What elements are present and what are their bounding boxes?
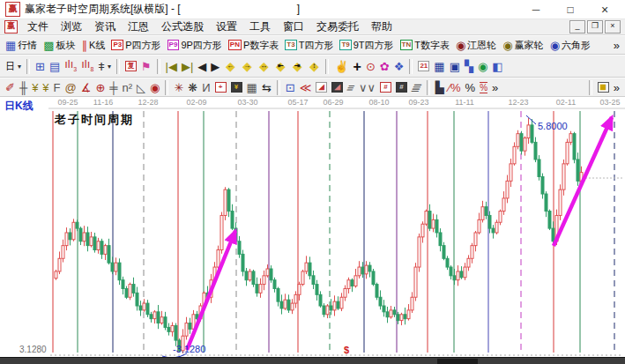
import-icon[interactable]: ◧ <box>490 59 504 74</box>
ruler-grid-icon[interactable]: ╫ <box>18 80 29 95</box>
grow-horiz-icon[interactable]: ◆→ <box>239 59 255 73</box>
page-left-icon[interactable]: ◆⇤ <box>272 59 288 73</box>
mdi-restore-button[interactable]: ❐ <box>587 20 603 33</box>
angle-line-icon[interactable]: ◺ <box>135 80 147 95</box>
menu-settings[interactable]: 设置 <box>210 19 243 34</box>
gann-pen-icon[interactable]: ✐ <box>4 80 17 95</box>
fit-horiz-icon[interactable]: ◆↔ <box>256 59 272 73</box>
restore-rights-icon[interactable]: 复 <box>123 60 138 72</box>
notch-lines-icon[interactable]: И <box>200 80 212 95</box>
menu-tools[interactable]: 工具 <box>243 19 277 34</box>
kline-chart-svg[interactable]: 09-2511-1612-2802-0903-3005-1706-2908-10… <box>0 97 625 357</box>
p-digit-table-button[interactable]: PNP数字表 <box>227 38 280 53</box>
percent-lines-icon[interactable]: % <box>478 81 489 94</box>
shen-grid-icon[interactable]: + <box>213 81 228 93</box>
kline-button[interactable]: ∥K线 <box>80 38 108 53</box>
shrink-horiz-icon[interactable]: ◆← <box>222 59 238 73</box>
export-icon[interactable]: ◉ <box>476 59 489 74</box>
dark-grid-icon[interactable]: # <box>394 81 409 93</box>
crosshair-icon[interactable]: + <box>352 59 363 74</box>
close-button[interactable]: × <box>590 1 620 19</box>
gann-wheel-button[interactable]: ◉江恩轮 <box>454 38 498 53</box>
calendar-icon-glyph: 21 <box>418 61 429 71</box>
circle-cross-icon[interactable]: ⊕ <box>93 80 107 95</box>
page-right-icon[interactable]: ◆⇥ <box>289 59 305 73</box>
frame-icon[interactable]: ⊡ <box>284 80 297 95</box>
menu-formula-pick[interactable]: 公式选股 <box>155 19 210 34</box>
span-arrows-icon[interactable]: ⇆ <box>260 80 273 95</box>
n-square-icon[interactable]: n² <box>121 80 135 95</box>
horizontal-scrollbar[interactable] <box>0 357 625 364</box>
candle-style-dropdown[interactable]: ǂ▾ <box>96 59 113 74</box>
info-panel-icon[interactable]: ▤ <box>48 59 62 74</box>
retrace-percent-icon[interactable]: ∕% <box>447 80 463 95</box>
maximize-button[interactable]: □ <box>555 1 585 19</box>
sectors-button[interactable]: ▩板块 <box>41 38 77 53</box>
mdi-close-button[interactable]: × <box>605 20 621 33</box>
gann-overflow2-icon[interactable]: » <box>612 80 621 95</box>
net-grid-icon[interactable]: ▦ <box>245 80 259 95</box>
golden-section-icon[interactable]: ¥ <box>30 80 40 95</box>
hexagon-button[interactable]: ◉六角形 <box>548 38 592 53</box>
grid-burst-icon[interactable]: ❋ <box>186 80 199 95</box>
pointer-mark-icon[interactable]: ⊙ <box>364 59 377 74</box>
stamp-icon[interactable]: ✿ <box>378 59 391 74</box>
grid-window-icon[interactable]: ▦ <box>596 81 611 93</box>
fit-vert-icon[interactable]: ◆↕ <box>306 59 322 73</box>
mdi-minimize-button[interactable]: _ <box>569 20 585 33</box>
calculator-icon[interactable]: ▦ <box>432 59 446 74</box>
parallel-lines-icon[interactable]: ≣ <box>410 80 423 95</box>
zigzag-icon[interactable]: ∨∨ <box>357 80 377 95</box>
chart-area[interactable]: 日K线 09-2511-1612-2802-0903-3005-1706-290… <box>0 97 625 357</box>
angle-pen-icon[interactable]: ∡ <box>79 80 93 95</box>
spiral-icon[interactable]: @ <box>63 80 78 95</box>
mini-chart-8-icon[interactable]: ılı8 <box>79 56 95 77</box>
drag-hand-icon[interactable]: ✌ <box>332 59 350 74</box>
calendar-icon[interactable]: 21 <box>416 60 431 72</box>
histogram-icon[interactable]: ▙ <box>434 80 446 95</box>
t9-square-button[interactable]: T99T四方形 <box>338 38 395 53</box>
next-bar-icon[interactable]: ▶ <box>209 59 221 74</box>
menu-trade[interactable]: 交易委托 <box>310 19 365 34</box>
percent-icon[interactable]: % <box>464 80 478 95</box>
menu-help[interactable]: 帮助 <box>365 19 398 34</box>
period-day-dropdown[interactable]: 日▾ <box>4 59 23 74</box>
window-layout-icon[interactable]: ⊞ <box>33 59 47 74</box>
fan-box-icon-glyph: ◢ <box>316 82 327 93</box>
save-icon[interactable]: ▚ <box>463 59 475 74</box>
p9-square-button[interactable]: P99P四方形 <box>166 38 224 53</box>
last-bar-icon[interactable]: ▶| <box>180 59 195 74</box>
rays-fan-icon[interactable]: ≪ <box>298 80 314 95</box>
menu-gann[interactable]: 江恩 <box>122 19 155 34</box>
scrollbar-thumb[interactable] <box>437 359 478 364</box>
quotes-button[interactable]: ▦行情 <box>4 38 39 53</box>
toolbar-main-overflow-icon[interactable]: » <box>612 38 621 53</box>
menu-news[interactable]: 资讯 <box>88 19 122 34</box>
slant-lines-icon[interactable]: ≡ <box>346 80 356 95</box>
menu-browse[interactable]: 浏览 <box>55 19 88 34</box>
hash-ruler-icon[interactable]: ╪ <box>108 80 119 95</box>
hexagon-button-label: 六角形 <box>562 39 591 52</box>
winner-wheel-button[interactable]: ◉赢家轮 <box>501 38 545 53</box>
fan-dark-box-icon[interactable]: ◢ <box>330 81 345 93</box>
color-flag-icon[interactable]: ⚑ <box>139 59 153 74</box>
wheel-target-icon[interactable]: ◉ <box>148 80 161 95</box>
huang-grid-icon[interactable]: ¥ <box>229 81 244 93</box>
menu-file[interactable]: 文件 <box>21 19 55 34</box>
first-bar-icon[interactable]: |◀ <box>164 59 179 74</box>
prev-bar-icon[interactable]: ◀ <box>196 59 208 74</box>
mini-chart-3-icon[interactable]: ılı3 <box>63 56 78 77</box>
fibonacci-f-icon[interactable]: F <box>52 80 63 95</box>
burst-icon[interactable]: ✳ <box>172 80 185 95</box>
gann-overflow-icon[interactable]: » <box>490 80 500 95</box>
red-grid-icon[interactable]: # <box>378 81 393 93</box>
pattern-icon[interactable]: ❖ <box>392 59 406 74</box>
golden-section2-icon[interactable]: ¥ <box>41 80 50 95</box>
menu-window[interactable]: 窗口 <box>277 19 310 34</box>
computer-icon[interactable]: ▣ <box>448 59 462 74</box>
fan-box-icon[interactable]: ◢ <box>314 81 329 93</box>
t-square-button[interactable]: T3T四方形 <box>283 38 335 53</box>
t-digit-table-button[interactable]: TNT数字表 <box>398 38 451 53</box>
minimize-button[interactable]: ─ <box>521 1 551 19</box>
p-square-button[interactable]: P3P四方形 <box>109 38 162 53</box>
